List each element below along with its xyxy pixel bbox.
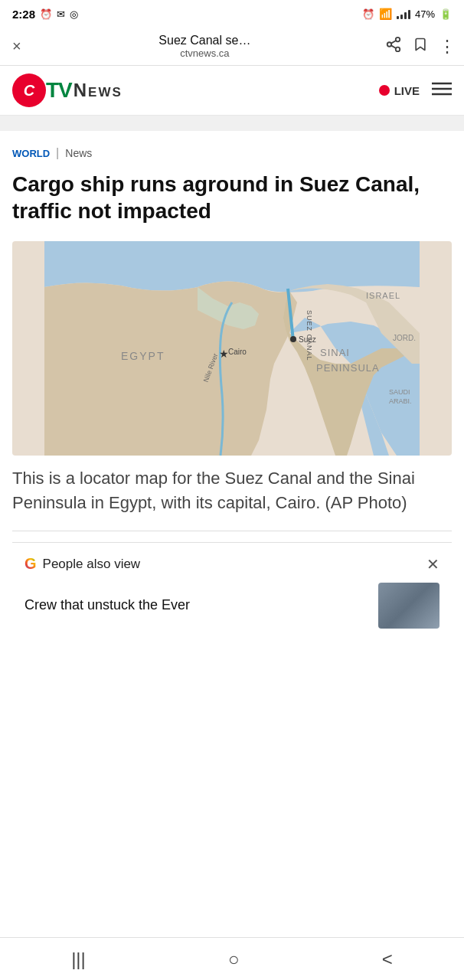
svg-text:ISRAEL: ISRAEL [366,291,400,300]
browser-actions: ⋮ [385,36,455,57]
status-left: 2:28 ⏰ ✉ ◎ [12,8,78,21]
pav-item-thumbnail [378,583,439,629]
svg-text:SUEZ CANAL: SUEZ CANAL [306,310,313,361]
battery-percentage: 47% [415,8,435,20]
svg-text:JORD.: JORD. [393,334,416,342]
battery-icon: 🔋 [439,8,452,20]
signal-icon [397,8,410,19]
article-map-image: ★ Cairo Suez EGYPT SUEZ CANAL SINAI PENI… [12,241,452,456]
bookmark-icon[interactable] [413,36,428,57]
svg-text:Cairo: Cairo [228,348,247,356]
pav-header: G People also view ✕ [25,555,439,573]
ctv-logo[interactable]: C TV News [12,74,123,107]
people-also-view-title: People also view [43,557,141,572]
ctv-c-logo: C [12,74,46,107]
status-time: 2:28 [12,8,35,21]
pav-thumbnail-image [378,583,439,629]
section-divider [0,116,464,131]
browser-close-button[interactable]: × [9,34,25,58]
more-options-icon[interactable]: ⋮ [439,38,455,55]
message-icon: ✉ [57,8,65,20]
breadcrumb-separator: | [56,146,59,160]
svg-text:SAUDI: SAUDI [389,388,410,396]
browser-url: ctvnews.ca [180,47,229,59]
ctv-header-right: LIVE [379,80,452,101]
svg-point-12 [290,336,296,342]
breadcrumb-news[interactable]: News [65,147,92,159]
breadcrumb-world[interactable]: WORLD [12,148,50,159]
google-g-logo: G [25,555,37,573]
recent-apps-button[interactable]: ||| [53,942,104,976]
back-button[interactable]: < [364,942,411,976]
pav-title-row: G People also view [25,555,140,573]
browser-bar: × Suez Canal se… ctvnews.ca ⋮ [0,28,464,66]
map-caption: This is a locator map for the Suez Canal… [12,466,452,531]
bottom-navigation: ||| ○ < [0,937,464,980]
svg-line-3 [391,45,396,48]
alarm-icon: ⏰ [40,8,52,20]
breadcrumb: WORLD | News [12,146,452,160]
ctv-tv-logo: TV [46,78,72,103]
status-right: ⏰ 📶 47% 🔋 [362,8,452,20]
home-button[interactable]: ○ [210,942,258,976]
svg-line-4 [391,41,396,44]
live-label: LIVE [394,84,420,97]
svg-text:EGYPT: EGYPT [121,350,165,362]
hamburger-menu-icon[interactable] [432,80,452,101]
pav-item[interactable]: Crew that unstuck the Ever [25,583,439,629]
live-dot [379,85,390,96]
ctv-header: C TV News LIVE [0,66,464,116]
people-also-view-close[interactable]: ✕ [426,555,439,573]
share-icon[interactable] [385,36,402,57]
browser-page-title: Suez Canal se… [158,34,250,47]
live-badge[interactable]: LIVE [379,84,420,97]
status-bar: 2:28 ⏰ ✉ ◎ ⏰ 📶 47% 🔋 [0,0,464,28]
browser-url-area: Suez Canal se… ctvnews.ca [32,34,377,59]
svg-text:PENINSULA: PENINSULA [316,362,380,374]
alarm2-icon: ⏰ [362,8,374,20]
wifi-icon: 📶 [379,8,392,20]
svg-text:SINAI: SINAI [320,347,350,358]
article-content: WORLD | News Cargo ship runs aground in … [0,131,464,641]
people-also-view-section: G People also view ✕ Crew that unstuck t… [12,542,452,641]
svg-text:ARABI.: ARABI. [389,397,412,405]
article-headline: Cargo ship runs aground in Suez Canal, t… [12,171,452,224]
sync-icon: ◎ [70,8,78,20]
pav-item-text: Crew that unstuck the Ever [25,596,369,615]
ctv-news-logo: News [74,80,123,101]
